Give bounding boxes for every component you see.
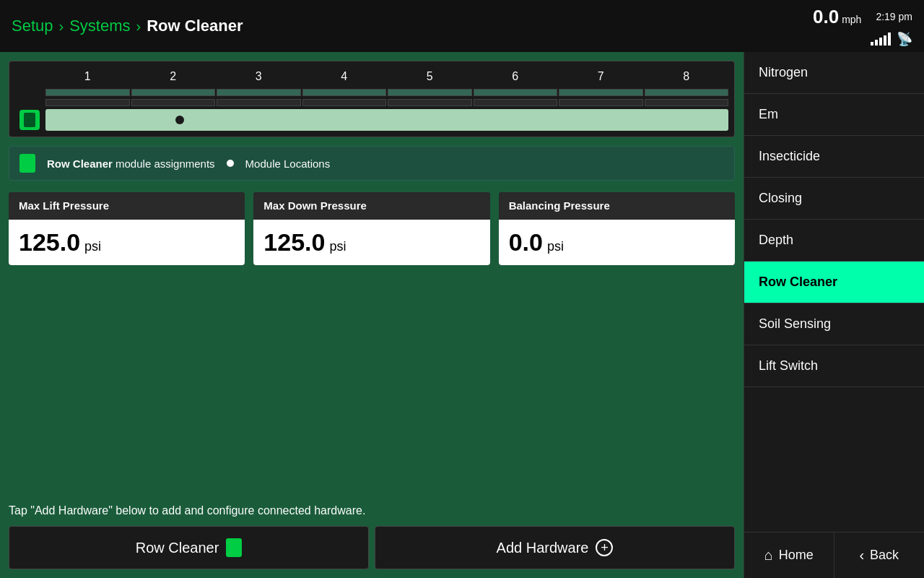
sidebar-item-row-cleaner-label: Row Cleaner (759, 275, 837, 290)
content-area: 1 2 3 4 5 6 7 8 (0, 52, 744, 578)
row-numbers: 1 2 3 4 5 6 7 8 (15, 67, 728, 86)
row-cleaner-button-label: Row Cleaner (136, 540, 219, 556)
connectivity-icon: 📡 (897, 31, 912, 47)
breadcrumb-systems[interactable]: Systems (69, 17, 130, 35)
content-spacer (9, 277, 735, 504)
breadcrumb-sep1: › (59, 18, 64, 35)
sidebar-item-depth-label: Depth (759, 233, 793, 248)
row-position-dot (175, 116, 184, 124)
row-bar-b7 (559, 99, 643, 106)
location-dot-icon (227, 160, 234, 167)
row-bar-b4 (302, 99, 387, 106)
row-cleaner-module-icon (226, 538, 242, 557)
row-num-6: 6 (474, 67, 558, 86)
sidebar-item-em-label: Em (759, 107, 778, 122)
sidebar-item-closing-label: Closing (759, 191, 802, 206)
back-chevron-icon: ‹ (859, 547, 864, 564)
lift-pressure-number: 125.0 (19, 228, 80, 256)
home-label: Home (779, 548, 814, 563)
sidebar-item-lift-switch[interactable]: Lift Switch (744, 345, 924, 387)
home-button[interactable]: ⌂ Home (744, 532, 834, 578)
row-num-2: 2 (131, 67, 216, 86)
pressure-card-lift[interactable]: Max Lift Pressure 125.0 psi (9, 192, 245, 265)
row-bar-b2 (131, 99, 216, 106)
row-bar-3 (217, 89, 301, 96)
back-label: Back (870, 548, 899, 563)
speed-unit: mph (842, 14, 861, 25)
down-pressure-header: Max Down Pressure (253, 192, 489, 220)
add-hardware-plus-icon: + (596, 539, 613, 556)
sidebar-footer: ⌂ Home ‹ Back (744, 532, 924, 578)
row-cleaner-button[interactable]: Row Cleaner (9, 526, 369, 569)
sidebar-item-insecticide[interactable]: Insecticide (744, 136, 924, 178)
row-num-1: 1 (45, 67, 130, 86)
sidebar-item-nitrogen-label: Nitrogen (759, 65, 808, 80)
module-icon (19, 110, 40, 130)
status-icons: 📡 (871, 31, 912, 47)
balance-pressure-title: Balancing Pressure (509, 199, 610, 212)
clock: 2:19 pm (876, 11, 912, 22)
sidebar-item-nitrogen[interactable]: Nitrogen (744, 52, 924, 94)
row-bar-b5 (388, 99, 472, 106)
row-bars-top (15, 89, 728, 96)
module-assign-text: Row Cleaner module assignments (47, 158, 215, 170)
home-icon: ⌂ (764, 547, 773, 564)
info-text: Tap "Add Hardware" below to add and conf… (9, 504, 735, 517)
bottom-buttons: Row Cleaner Add Hardware + (9, 526, 735, 569)
speed-value: 0.0 (813, 6, 839, 28)
row-visualizer: 1 2 3 4 5 6 7 8 (9, 61, 735, 137)
breadcrumb: Setup › Systems › Row Cleaner (12, 17, 813, 35)
module-icon-inner (24, 113, 35, 127)
sidebar-item-closing[interactable]: Closing (744, 178, 924, 220)
balance-pressure-value: 0.0 psi (499, 220, 735, 265)
module-assignments: Row Cleaner module assignments Module Lo… (9, 146, 735, 181)
sidebar-item-em[interactable]: Em (744, 94, 924, 136)
row-num-4: 4 (302, 67, 387, 86)
lift-pressure-header: Max Lift Pressure (9, 192, 245, 220)
down-pressure-title: Max Down Pressure (263, 199, 367, 212)
sidebar-item-depth[interactable]: Depth (744, 220, 924, 262)
row-bars-bottom (15, 99, 728, 106)
sidebar-item-insecticide-label: Insecticide (759, 149, 820, 164)
main-layout: 1 2 3 4 5 6 7 8 (0, 52, 924, 578)
signal-icon (871, 33, 891, 46)
breadcrumb-setup[interactable]: Setup (12, 17, 53, 35)
row-bar-b3 (217, 99, 301, 106)
pressure-card-down[interactable]: Max Down Pressure 125.0 psi (253, 192, 489, 265)
balance-pressure-header: Balancing Pressure (499, 192, 735, 220)
row-bar-b8 (645, 99, 729, 106)
balance-pressure-unit: psi (547, 239, 564, 254)
row-bar-7 (559, 89, 643, 96)
breadcrumb-current: Row Cleaner (147, 17, 243, 35)
speed-display: 0.0 mph (813, 6, 861, 28)
header: Setup › Systems › Row Cleaner 0.0 mph 2:… (0, 0, 924, 52)
row-bar-4 (302, 89, 387, 96)
sidebar-items: Nitrogen Em Insecticide Closing Depth Ro… (744, 52, 924, 532)
lift-pressure-unit: psi (84, 239, 101, 254)
sidebar-item-soil-sensing[interactable]: Soil Sensing (744, 303, 924, 345)
down-pressure-number: 125.0 (263, 228, 325, 256)
pressure-cards: Max Lift Pressure 125.0 psi Max Down Pre… (9, 192, 735, 265)
sidebar-item-soil-sensing-label: Soil Sensing (759, 316, 831, 332)
balance-pressure-number: 0.0 (509, 228, 543, 256)
row-num-8: 8 (645, 67, 729, 86)
add-hardware-button-label: Add Hardware (497, 540, 589, 556)
row-bar-1 (45, 89, 130, 96)
back-button[interactable]: ‹ Back (834, 532, 925, 578)
sidebar-item-row-cleaner[interactable]: Row Cleaner (744, 262, 924, 303)
row-bar-2 (131, 89, 216, 96)
module-assign-bold: Row Cleaner (47, 158, 113, 170)
row-bar-5 (388, 89, 472, 96)
row-num-7: 7 (559, 67, 643, 86)
down-pressure-unit: psi (329, 239, 346, 254)
breadcrumb-sep2: › (136, 18, 141, 35)
sidebar-item-lift-switch-label: Lift Switch (759, 358, 818, 374)
row-bar-6 (474, 89, 558, 96)
sidebar: Nitrogen Em Insecticide Closing Depth Ro… (744, 52, 924, 578)
add-hardware-button[interactable]: Add Hardware + (375, 526, 735, 569)
row-indicator-bar (45, 109, 728, 131)
module-locations-label: Module Locations (245, 158, 331, 170)
row-num-spacer (15, 67, 44, 86)
row-indicator-row (15, 109, 728, 131)
pressure-card-balance[interactable]: Balancing Pressure 0.0 psi (499, 192, 735, 265)
